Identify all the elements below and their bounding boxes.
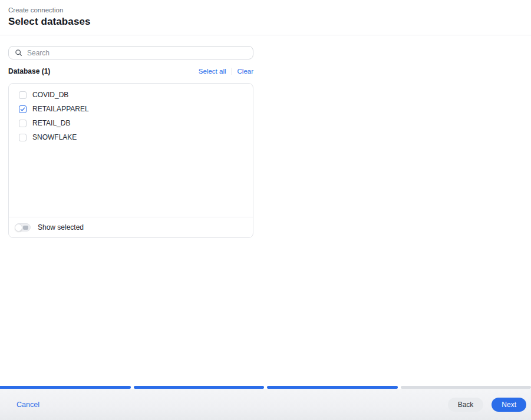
cancel-link[interactable]: Cancel xyxy=(17,401,39,409)
next-button[interactable]: Next xyxy=(492,398,526,412)
database-list-item[interactable]: SNOWFLAKE xyxy=(9,130,253,144)
breadcrumb: Create connection xyxy=(8,6,523,14)
list-header: Database (1) Select all Clear xyxy=(8,67,253,75)
progress-step-completed xyxy=(134,386,265,389)
checkbox-unchecked[interactable] xyxy=(19,134,27,141)
show-selected-row: Show selected xyxy=(9,217,253,237)
show-selected-toggle[interactable] xyxy=(15,223,31,232)
database-name: RETAILAPPAREL xyxy=(32,105,89,113)
clear-link[interactable]: Clear xyxy=(238,68,253,75)
database-name: RETAIL_DB xyxy=(32,119,70,127)
database-count-label: Database (1) xyxy=(8,67,50,75)
checkbox-checked[interactable] xyxy=(19,105,27,113)
create-connection-page: Create connection Select databases Datab… xyxy=(0,0,531,420)
progress-step-completed xyxy=(267,386,398,389)
database-name: SNOWFLAKE xyxy=(32,133,77,141)
database-list-item[interactable]: COVID_DB xyxy=(9,88,253,102)
page-title: Select databases xyxy=(8,16,523,28)
checkbox-unchecked[interactable] xyxy=(19,91,27,99)
footer: Cancel Back Next xyxy=(0,389,531,420)
show-selected-label: Show selected xyxy=(38,223,84,232)
search-input[interactable] xyxy=(27,49,247,57)
toggle-knob xyxy=(15,224,22,232)
page-header: Create connection Select databases xyxy=(0,0,531,35)
database-list-panel: COVID_DBRETAILAPPARELRETAIL_DBSNOWFLAKE … xyxy=(8,83,253,238)
database-list-item[interactable]: RETAILAPPAREL xyxy=(9,102,253,116)
progress-step-remaining xyxy=(401,386,531,389)
main-content: Database (1) Select all Clear COVID_DBRE… xyxy=(0,35,531,238)
search-box[interactable] xyxy=(8,46,253,59)
select-all-link[interactable]: Select all xyxy=(199,68,226,75)
database-list-item[interactable]: RETAIL_DB xyxy=(9,116,253,130)
search-icon xyxy=(15,49,22,57)
toggle-off-indicator xyxy=(23,226,28,230)
checkbox-unchecked[interactable] xyxy=(19,120,27,127)
bottom-bar: Cancel Back Next xyxy=(0,386,531,420)
links-divider xyxy=(232,68,232,75)
database-list: COVID_DBRETAILAPPARELRETAIL_DBSNOWFLAKE xyxy=(9,84,253,217)
back-button[interactable]: Back xyxy=(448,398,484,412)
progress-step-completed xyxy=(0,386,131,389)
database-name: COVID_DB xyxy=(32,91,68,99)
